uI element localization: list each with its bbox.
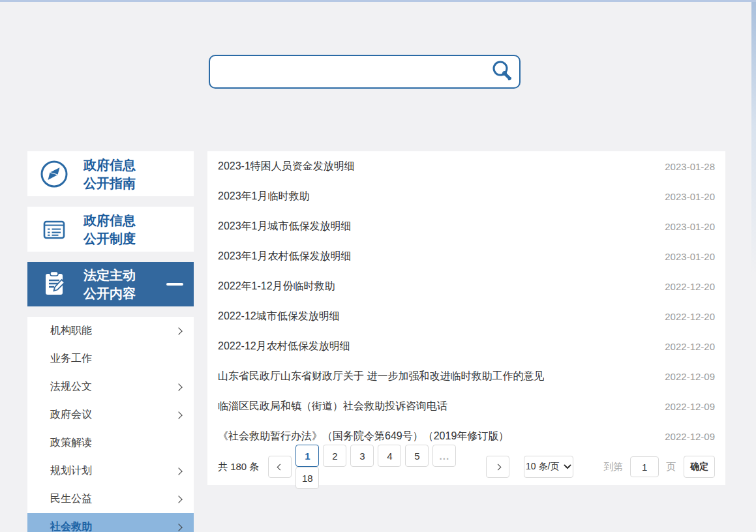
list-item[interactable]: 2022年1-12月份临时救助 2022-12-20 [207,271,725,301]
sidebar-card[interactable]: 政府信息 公开制度 [27,207,194,252]
sidebar-menu-item[interactable]: 法规公文 [27,373,194,401]
sidebar: 政府信息 公开指南 政府信息 公开制度 法定主动 公开内容 机构职能 业务工作 … [27,151,194,532]
sidebar-menu-item[interactable]: 机构职能 [27,317,194,345]
menu-item-label: 政府会议 [50,408,92,422]
goto-suffix-label: 页 [666,461,676,473]
top-accent-line [0,0,756,2]
chevron-right-icon [175,383,182,391]
card-label-line1: 政府信息 [83,211,136,229]
goto-page-input[interactable] [630,456,659,477]
list-item[interactable]: 2022-12月农村低保发放明细 2022-12-20 [207,331,725,361]
chevron-right-icon [175,411,182,419]
compass-icon [39,159,69,189]
list-item-date: 2022-12-20 [665,341,715,352]
list-item-title: 山东省民政厅山东省财政厅关于 进一步加强和改进临时救助工作的意见 [218,370,544,383]
sidebar-menu-item[interactable]: 规划计划 [27,457,194,485]
page-button[interactable]: 5 [405,445,429,467]
page-button-active[interactable]: 1 [295,445,319,467]
list-item-date: 2022-12-20 [665,311,715,322]
chevron-left-icon [277,464,283,470]
clipboard-pen-icon [39,269,69,299]
chevron-right-icon [494,464,501,470]
search-input[interactable] [210,56,485,87]
list-item-date: 2022-12-09 [665,401,715,412]
list-item-date: 2022-12-09 [665,371,715,382]
menu-item-label: 法规公文 [50,380,92,394]
menu-item-label: 规划计划 [50,464,92,478]
list-item[interactable]: 2023年1月农村低保发放明细 2023-01-20 [207,241,725,271]
card-label-line2: 公开指南 [83,174,136,192]
card-label-line1: 政府信息 [83,156,136,174]
sidebar-menu-item[interactable]: 社会救助 [27,513,194,532]
card-label-line2: 公开制度 [83,229,136,248]
scrollbar-track[interactable] [751,2,756,276]
confirm-button[interactable]: 确定 [684,456,715,478]
list-item-date: 2023-01-20 [665,251,715,262]
list-item[interactable]: 2022-12城市低保发放明细 2022-12-20 [207,301,725,331]
list-item-title: 2022年1-12月份临时救助 [218,280,335,293]
page: 政府信息 公开指南 政府信息 公开制度 法定主动 公开内容 机构职能 业务工作 … [0,0,756,532]
chevron-right-icon [175,495,182,503]
page-size-select[interactable]: 10 条/页 [524,456,573,478]
sidebar-menu-item[interactable]: 政府会议 [27,401,194,429]
list-item-date: 2023-01-20 [665,221,715,232]
ellipsis-page-button[interactable]: ... [432,445,456,467]
card-label-line2: 公开内容 [83,284,136,303]
total-count: 共 180 条 [218,461,259,473]
chevron-right-icon [175,524,182,531]
menu-item-label: 社会救助 [50,520,92,532]
menu-item-label: 机构职能 [50,324,92,338]
list-item[interactable]: 2023年1月城市低保发放明细 2023-01-20 [207,211,725,241]
search-icon [491,59,514,85]
chevron-down-icon [564,464,571,469]
pagination: 共 180 条 12345...18 10 条/页 到第 页 确定 [207,456,725,478]
list-item-title: 2023年1月农村低保发放明细 [218,250,352,263]
list-item-title: 2022-12月农村低保发放明细 [218,340,350,353]
list-item-title: 2022-12城市低保发放明细 [218,310,340,323]
menu-item-label: 业务工作 [50,352,92,366]
search-button[interactable] [485,56,519,87]
list-item-title: 《社会救助暂行办法》（国务院令第649号）（2019年修订版） [218,430,509,443]
menu-item-label: 民生公益 [50,492,92,506]
page-button[interactable]: 2 [323,445,346,467]
article-list-panel: 2023-1特困人员资金发放明细 2023-01-28 2023年1月临时救助 … [207,151,725,485]
list-item[interactable]: 山东省民政厅山东省财政厅关于 进一步加强和改进临时救助工作的意见 2022-12… [207,361,725,391]
list-item[interactable]: 临淄区民政局和镇（街道）社会救助投诉咨询电话 2022-12-09 [207,391,725,421]
sidebar-card[interactable]: 政府信息 公开指南 [27,151,194,196]
list-item-date: 2022-12-20 [665,281,715,292]
page-button[interactable]: 18 [295,467,319,489]
sidebar-card[interactable]: 法定主动 公开内容 [27,262,194,306]
card-label-line1: 法定主动 [83,266,136,284]
page-button[interactable]: 4 [378,445,401,467]
list-item-date: 2022-12-09 [665,431,715,442]
prev-page-button[interactable] [268,456,292,478]
search-bar [209,55,521,89]
sidebar-menu-item[interactable]: 民生公益 [27,485,194,513]
page-button[interactable]: 3 [350,445,374,467]
list-item-title: 2023-1特困人员资金发放明细 [218,160,355,173]
page-size-value: 10 条/页 [526,461,559,473]
goto-prefix-label: 到第 [603,461,623,473]
book-icon [39,214,69,244]
sidebar-menu: 机构职能 业务工作 法规公文 政府会议 政策解读 规划计划 民生公益 社会救助 [27,317,194,532]
list-item[interactable]: 2023年1月临时救助 2023-01-20 [207,181,725,211]
list-item-title: 临淄区民政局和镇（街道）社会救助投诉咨询电话 [218,400,447,413]
list-item[interactable]: 2023-1特困人员资金发放明细 2023-01-28 [207,151,725,181]
menu-item-label: 政策解读 [50,436,92,450]
chevron-right-icon [175,467,182,475]
sidebar-menu-item[interactable]: 政策解读 [27,429,194,457]
collapse-minus-icon [166,283,183,286]
next-page-button[interactable] [486,456,509,478]
sidebar-menu-item[interactable]: 业务工作 [27,345,194,373]
list-item-title: 2023年1月城市低保发放明细 [218,220,352,233]
list-item-title: 2023年1月临时救助 [218,190,310,203]
chevron-right-icon [175,327,182,334]
list-item-date: 2023-01-28 [665,161,715,172]
list-item-date: 2023-01-20 [665,191,715,202]
